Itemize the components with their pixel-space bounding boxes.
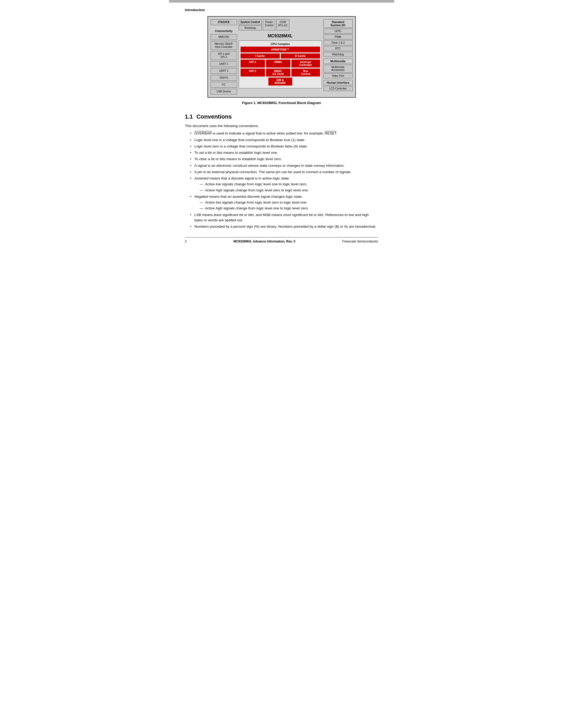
sys-ctrl-group: System Control Bootstrap <box>239 19 262 30</box>
asserted-sub-list: Active low signals change from logic lev… <box>200 182 378 193</box>
memorystick-box: Memory Stick®Host Controller <box>211 41 237 50</box>
list-item: To set a bit or bits means to establish … <box>190 150 378 155</box>
list-item: OVERBAR is used to indicate a signal tha… <box>190 131 378 136</box>
connectivity-header: Connectivity <box>211 29 237 33</box>
arm-box: ARM9TDMI™ <box>240 47 320 52</box>
intro-text: This document uses the following convent… <box>185 123 378 129</box>
cpu-header: CPU Complex <box>240 42 320 46</box>
bus-control-box: BusControl <box>292 69 320 77</box>
asserted-italic: Asserted <box>194 176 208 180</box>
mmcsd-box: MMC/SD <box>211 34 237 40</box>
footer-right-text: Freescale Semiconductor <box>342 240 378 243</box>
list-item: A signal is an electronic construct whos… <box>190 163 378 168</box>
rtc-box: RTC <box>324 46 353 51</box>
std-sysio-header: StandardSystem I/O <box>324 19 353 28</box>
power-control-box: PowerControl <box>263 19 275 30</box>
sub-list-item: Active low signals change from logic lev… <box>200 200 378 205</box>
cgm-box: CGM(PLLx2) <box>276 19 289 30</box>
list-item: LSB means least significant bit or bits,… <box>190 212 378 223</box>
jtag-box: JTAG/ICE <box>211 19 237 25</box>
page-footer: 2 MC9328MXL Advance Information, Rev. 5 … <box>185 237 378 243</box>
diagram-container: JTAG/ICE Connectivity MMC/SD Memory Stic… <box>185 16 378 98</box>
uart2-box: UART 2 <box>211 68 237 74</box>
watchdog-box: Watchdog <box>324 52 353 57</box>
sys-ctrl-header: System Control <box>239 19 262 25</box>
sub-list-item: Active high signals change from logic le… <box>200 206 378 211</box>
dcache-box: D Cache <box>281 53 320 59</box>
usb-device-box: USB Device <box>211 89 237 95</box>
spi-box: SPI 1 andSPI 2 <box>211 51 237 60</box>
bits-italic-2: bits <box>318 213 324 217</box>
bits-italic: bits <box>248 213 254 217</box>
gpio-box: GPIO <box>324 29 353 34</box>
clear-italic: clear <box>199 157 207 161</box>
icache-box: I Cache <box>240 53 280 59</box>
lsb-italic: least significant bit <box>214 213 243 217</box>
pwm-box: PWM <box>324 34 353 39</box>
list-item: Logic level one is a voltage that corres… <box>190 137 378 143</box>
cpu-complex: CPU Complex ARM9TDMI™ I Cache D Cache AI… <box>239 41 322 88</box>
right-column: StandardSystem I/O GPIO PWM Timer 1 & 2 … <box>324 19 353 95</box>
active-low-italic: Active low <box>205 182 221 186</box>
system-control-row: System Control Bootstrap PowerControl CG… <box>239 19 322 30</box>
list-item: A pin is an external physical connection… <box>190 169 378 175</box>
footer-center-text: MC9328MXL Advance Information, Rev. 5 <box>233 240 296 243</box>
cache-row: I Cache D Cache <box>240 53 320 59</box>
block-diagram: JTAG/ICE Connectivity MMC/SD Memory Stic… <box>207 16 356 98</box>
aipi1-box: AIPI 1 <box>240 60 265 68</box>
eim-row: EIM &SDRAMC <box>240 78 320 86</box>
active-low-italic-2: Active low <box>205 200 221 204</box>
eim-box: EIM &SDRAMC <box>268 78 292 86</box>
logic-zero-italic: Logic level zero <box>194 144 219 148</box>
logic-one-italic: Logic level one <box>194 138 218 142</box>
bootstrap-box: Bootstrap <box>239 25 262 30</box>
set-italic: set <box>199 151 204 155</box>
video-port-box: Video Port <box>324 73 353 78</box>
i2c-box: I²C <box>211 82 237 88</box>
conventions-list: OVERBAR is used to indicate a signal tha… <box>190 131 378 229</box>
interrupt-box: InterruptController <box>292 60 320 68</box>
list-item: Asserted means that a discrete signal is… <box>190 176 378 193</box>
top-bar <box>169 0 394 3</box>
section-label: Introduction <box>185 8 378 12</box>
0x-italic: 0x <box>344 224 348 228</box>
lcd-controller-box: LCD Controller <box>324 86 353 91</box>
ssi-box: SSI/I²S <box>211 75 237 81</box>
list-item: To clear a bit or bits means to establis… <box>190 156 378 162</box>
human-interface-section: Human Interface LCD Controller <box>324 80 353 91</box>
multimedia-section: Multimedia MultimediaAccelerator Video P… <box>324 59 353 78</box>
sub-list-item: Active high signals change from logic le… <box>200 188 378 193</box>
vmmu-box: VMMU <box>266 60 291 68</box>
aipi2-row: AIPI 2 DMAC(11 Chnl) BusControl <box>240 69 320 77</box>
section-heading: 1.1 Conventions <box>185 113 378 120</box>
negated-sub-list: Active low signals change from logic lev… <box>200 200 378 211</box>
dmac-box: DMAC(11 Chnl) <box>266 69 291 77</box>
center-column: System Control Bootstrap PowerControl CG… <box>239 19 322 95</box>
aipi1-row: AIPI 1 VMMU InterruptController <box>240 60 320 68</box>
reset-overbar: RESET <box>325 131 337 135</box>
list-item: Negated means that an asserted discrete … <box>190 194 378 211</box>
figure-caption: Figure 1. MC9328MXL Functional Block Dia… <box>185 101 378 105</box>
sub-list-item: Active low signals change from logic lev… <box>200 182 378 187</box>
human-if-header: Human Interface <box>324 80 353 85</box>
overbar-text: OVERBAR <box>194 131 212 135</box>
active-high-italic: Active high <box>205 188 222 192</box>
pin-italic: pin <box>198 170 202 174</box>
aipi2-box: AIPI 2 <box>240 69 265 77</box>
uart1-box: UART 1 <box>211 61 237 67</box>
active-high-italic-2: Active high <box>205 206 222 210</box>
chip-name: MC9328MXL <box>239 34 322 38</box>
negated-italic: Negated <box>194 195 208 199</box>
connectivity-column: JTAG/ICE Connectivity MMC/SD Memory Stic… <box>211 19 237 95</box>
footer-page-number: 2 <box>185 240 187 243</box>
list-item: Numbers preceded by a percent sign (%) a… <box>190 224 378 229</box>
signal-italic: signal <box>198 164 207 168</box>
standard-sysio-section: StandardSystem I/O GPIO PWM Timer 1 & 2 … <box>324 19 353 57</box>
multimedia-header: Multimedia <box>324 59 353 64</box>
multimedia-accel-box: MultimediaAccelerator <box>324 65 353 73</box>
list-item: Logic level zero is a voltage that corre… <box>190 144 378 149</box>
timer-box: Timer 1 & 2 <box>324 40 353 45</box>
msb-italic: most significant bit <box>283 213 313 217</box>
